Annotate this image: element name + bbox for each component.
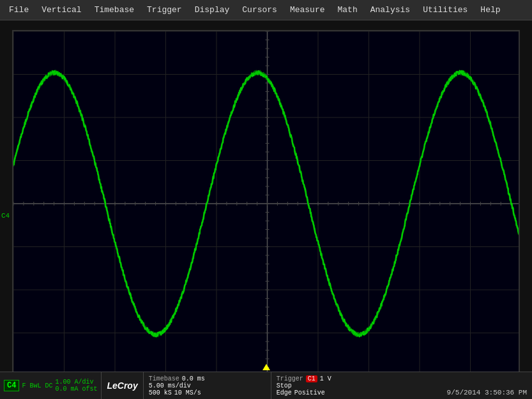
timebase-samplerate: 10 MS/s (174, 389, 201, 396)
timebase-value1: 0.0 ms (182, 375, 205, 382)
brand-logo: LeCroy (102, 372, 143, 399)
menu-item-math[interactable]: Math (331, 3, 364, 17)
timebase-info: Timebase 0.0 ms 5.00 ms/div 500 kS 10 MS… (144, 372, 271, 399)
trigger-label: Trigger (277, 375, 303, 382)
datetime-display: 9/5/2014 3:50:36 PM (442, 372, 532, 399)
datetime-text: 9/5/2014 3:50:36 PM (447, 389, 527, 396)
trigger-type: Edge (277, 389, 292, 396)
menu-item-timebase[interactable]: Timebase (88, 3, 141, 17)
menu-item-measure[interactable]: Measure (284, 3, 331, 17)
trigger-info: Trigger C1 1 V Stop Edge Positive (271, 372, 354, 399)
trigger-arrow (262, 364, 270, 370)
trigger-level: 1 V (320, 375, 331, 382)
menu-item-display[interactable]: Display (188, 3, 236, 17)
trigger-slope: Positive (294, 389, 325, 396)
waveform (13, 31, 519, 373)
trigger-channel: C1 (306, 375, 317, 382)
menu-item-cursors[interactable]: Cursors (236, 3, 284, 17)
brand-name: LeCroy (107, 380, 137, 391)
menu-item-vertical[interactable]: Vertical (35, 3, 87, 17)
menu-item-help[interactable]: Help (474, 3, 506, 17)
menu-item-analysis[interactable]: Analysis (364, 3, 416, 17)
trigger-mode: Stop (277, 382, 292, 389)
menu-bar: FileVerticalTimebaseTriggerDisplayCursor… (0, 0, 532, 20)
menu-item-utilities[interactable]: Utilities (416, 3, 474, 17)
channel-flags: F BwL DC (22, 382, 52, 389)
timebase-label: Timebase (149, 375, 179, 382)
menu-item-file[interactable]: File (3, 3, 35, 17)
channel-info: C4 F BwL DC 1.00 A/div 0.0 mA ofst (0, 372, 102, 399)
timebase-samples: 500 kS (149, 389, 172, 396)
oscilloscope-display: C4 (0, 20, 532, 391)
channel-offset: 0.0 mA ofst (55, 386, 97, 393)
channel-volts-div: 1.00 A/div (55, 379, 97, 386)
channel-label: C4 (1, 212, 10, 220)
status-bar: C4 F BwL DC 1.00 A/div 0.0 mA ofst LeCro… (0, 372, 532, 399)
scope-screen (12, 30, 520, 375)
timebase-div: 5.00 ms/div (149, 382, 191, 389)
menu-item-trigger[interactable]: Trigger (141, 3, 188, 17)
channel-badge: C4 (4, 380, 19, 391)
